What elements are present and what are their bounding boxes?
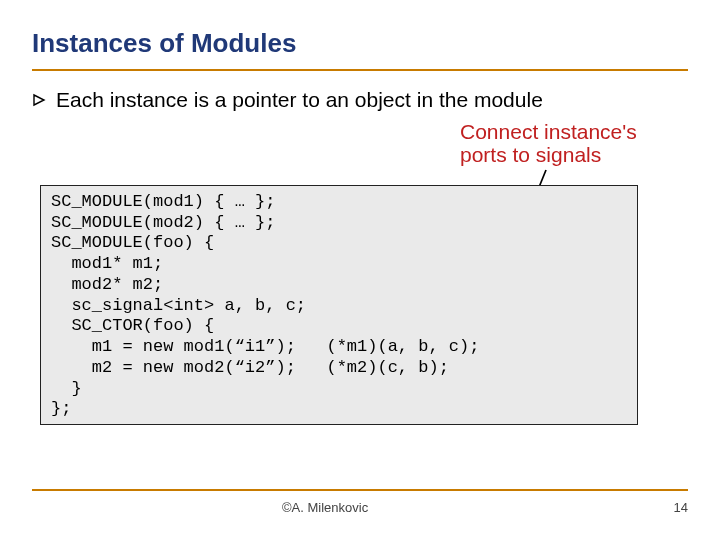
slide-title: Instances of Modules bbox=[32, 28, 296, 59]
bullet-row: Each instance is a pointer to an object … bbox=[32, 88, 543, 112]
code-line: m1 = new mod1(“i1”); (*m1)(a, b, c); bbox=[51, 337, 479, 356]
bullet-text: Each instance is a pointer to an object … bbox=[56, 88, 543, 112]
code-line: SC_MODULE(foo) { bbox=[51, 233, 214, 252]
svg-marker-0 bbox=[34, 95, 44, 105]
code-line: m2 = new mod2(“i2”); (*m2)(c, b); bbox=[51, 358, 449, 377]
code-block: SC_MODULE(mod1) { … }; SC_MODULE(mod2) {… bbox=[40, 185, 638, 425]
code-line: mod2* m2; bbox=[51, 275, 163, 294]
slide: Instances of Modules Each instance is a … bbox=[0, 0, 720, 540]
title-underline bbox=[32, 69, 688, 71]
code-line: }; bbox=[51, 399, 71, 418]
code-line: } bbox=[51, 379, 82, 398]
code-line: SC_MODULE(mod1) { … }; bbox=[51, 192, 275, 211]
page-number: 14 bbox=[674, 500, 688, 515]
footer-author: ©A. Milenkovic bbox=[282, 500, 368, 515]
code-line: SC_CTOR(foo) { bbox=[51, 316, 214, 335]
footer-rule bbox=[32, 489, 688, 491]
code-line: SC_MODULE(mod2) { … }; bbox=[51, 213, 275, 232]
annotation-text: Connect instance's ports to signals bbox=[460, 120, 680, 166]
annotation-line-2: ports to signals bbox=[460, 143, 680, 166]
code-line: sc_signal<int> a, b, c; bbox=[51, 296, 306, 315]
annotation-line-1: Connect instance's bbox=[460, 120, 680, 143]
code-line: mod1* m1; bbox=[51, 254, 163, 273]
arrow-icon bbox=[32, 93, 48, 107]
